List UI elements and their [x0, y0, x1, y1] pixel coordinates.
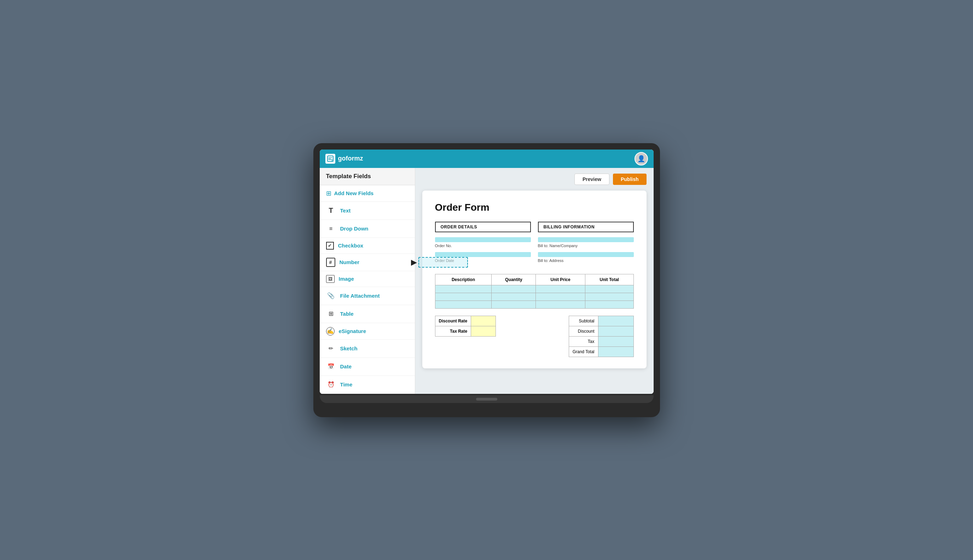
field-item-sketch[interactable]: ✏ Sketch — [320, 340, 415, 358]
tax-row: Tax — [569, 336, 633, 347]
form-title: Order Form — [435, 202, 634, 213]
field-item-checkbox[interactable]: ✔ Checkbox — [320, 238, 415, 254]
cell[interactable] — [585, 293, 633, 300]
billing-info-header: BILLING INFORMATION — [538, 222, 634, 232]
field-item-text[interactable]: T Text — [320, 202, 415, 220]
bill-address-input[interactable] — [538, 252, 634, 257]
field-label-number: Number — [340, 259, 360, 265]
field-label-time: Time — [340, 382, 353, 387]
cell[interactable] — [492, 293, 536, 300]
sidebar-header: Template Fields — [320, 168, 415, 185]
logo-area: goformz — [325, 154, 363, 164]
checkbox-icon: ✔ — [326, 242, 334, 250]
totals-table: Subtotal Discount Tax — [569, 316, 634, 357]
add-new-label: Add New Fields — [334, 190, 374, 196]
bill-name-group: Bill to: Name/Company — [538, 237, 634, 248]
file-attachment-icon: 📎 — [326, 291, 336, 301]
form-canvas: Order Form ORDER DETAILS Order No. — [422, 190, 646, 368]
esignature-icon: ✍ — [326, 327, 335, 335]
time-icon: ⏰ — [326, 380, 336, 390]
publish-button[interactable]: Publish — [613, 173, 646, 185]
field-label-image: Image — [339, 276, 354, 282]
field-label-table: Table — [340, 311, 354, 317]
field-label-file-attachment: File Attachment — [340, 293, 380, 299]
discount-rate-label: Discount Rate — [435, 316, 471, 326]
field-label-checkbox: Checkbox — [338, 243, 364, 248]
toolbar: Preview Publish — [422, 173, 646, 185]
order-details-header: ORDER DETAILS — [435, 222, 531, 232]
drag-indicator: ▶ — [411, 257, 468, 268]
col-unit-price: Unit Price — [536, 274, 585, 285]
order-no-group: Order No. — [435, 237, 531, 248]
app-name: goformz — [338, 155, 363, 162]
field-item-number[interactable]: # Number ▶ — [320, 254, 415, 271]
preview-button[interactable]: Preview — [574, 173, 609, 185]
table-row — [435, 300, 633, 308]
bottom-section: Discount Rate Tax Rate — [435, 316, 634, 357]
field-label-esignature: eSignature — [339, 328, 366, 334]
order-no-input[interactable] — [435, 237, 531, 242]
rates-table: Discount Rate Tax Rate — [435, 316, 496, 337]
field-item-dropdown[interactable]: ≡ Drop Down — [320, 220, 415, 238]
text-icon: T — [326, 206, 336, 216]
field-item-esignature[interactable]: ✍ eSignature — [320, 323, 415, 340]
table-icon: ⊞ — [326, 309, 336, 319]
field-label-dropdown: Drop Down — [340, 225, 369, 232]
rates-section: Discount Rate Tax Rate — [435, 316, 496, 337]
order-date-input[interactable] — [435, 252, 531, 257]
discount-rate-input[interactable] — [471, 316, 496, 326]
add-new-fields-button[interactable]: ⊞ Add New Fields — [320, 185, 415, 202]
date-icon: 📅 — [326, 362, 336, 372]
cell[interactable] — [435, 293, 492, 300]
totals-section: Subtotal Discount Tax — [569, 316, 634, 357]
discount-value[interactable] — [598, 326, 633, 336]
cell[interactable] — [435, 300, 492, 308]
field-item-table[interactable]: ⊞ Table — [320, 305, 415, 323]
discount-label: Discount — [569, 326, 598, 336]
cell[interactable] — [536, 293, 585, 300]
cell[interactable] — [585, 300, 633, 308]
laptop-notch — [476, 398, 497, 400]
tax-label: Tax — [569, 336, 598, 347]
image-icon: 🖼 — [326, 275, 335, 283]
content-area: Preview Publish Order Form ORDER DETAILS — [415, 168, 654, 394]
col-description: Description — [435, 274, 492, 285]
discount-rate-row: Discount Rate — [435, 316, 496, 326]
field-item-date[interactable]: 📅 Date — [320, 358, 415, 376]
bill-address-group: Bill to: Address — [538, 252, 634, 263]
sidebar-title: Template Fields — [326, 173, 371, 180]
tax-rate-input[interactable] — [471, 326, 496, 336]
grand-total-value[interactable] — [598, 347, 633, 357]
field-item-file-attachment[interactable]: 📎 File Attachment — [320, 287, 415, 305]
cell[interactable] — [435, 285, 492, 293]
field-item-image[interactable]: 🖼 Image — [320, 271, 415, 287]
sidebar: Template Fields ⊞ Add New Fields T Text … — [320, 168, 415, 394]
logo-icon — [325, 154, 335, 164]
tax-rate-label: Tax Rate — [435, 326, 471, 336]
cell[interactable] — [492, 285, 536, 293]
user-avatar[interactable]: 👤 — [634, 152, 648, 165]
cell[interactable] — [536, 300, 585, 308]
col-quantity: Quantity — [492, 274, 536, 285]
bill-address-label: Bill to: Address — [538, 258, 634, 263]
sketch-icon: ✏ — [326, 343, 336, 353]
discount-row: Discount — [569, 326, 633, 336]
table-row — [435, 293, 633, 300]
cell[interactable] — [585, 285, 633, 293]
table-row — [435, 285, 633, 293]
order-no-label: Order No. — [435, 243, 531, 248]
bill-name-input[interactable] — [538, 237, 634, 242]
tax-value[interactable] — [598, 336, 633, 347]
subtotal-value[interactable] — [598, 316, 633, 326]
order-table: Description Quantity Unit Price Unit Tot… — [435, 274, 634, 308]
cell[interactable] — [492, 300, 536, 308]
bill-name-label: Bill to: Name/Company — [538, 243, 634, 248]
field-item-time[interactable]: ⏰ Time — [320, 376, 415, 394]
grand-total-label: Grand Total — [569, 347, 598, 357]
cell[interactable] — [536, 285, 585, 293]
col-unit-total: Unit Total — [585, 274, 633, 285]
top-bar: goformz 👤 — [320, 150, 654, 168]
field-label-date: Date — [340, 363, 352, 370]
field-label-text: Text — [340, 208, 351, 213]
number-icon: # — [326, 258, 335, 267]
